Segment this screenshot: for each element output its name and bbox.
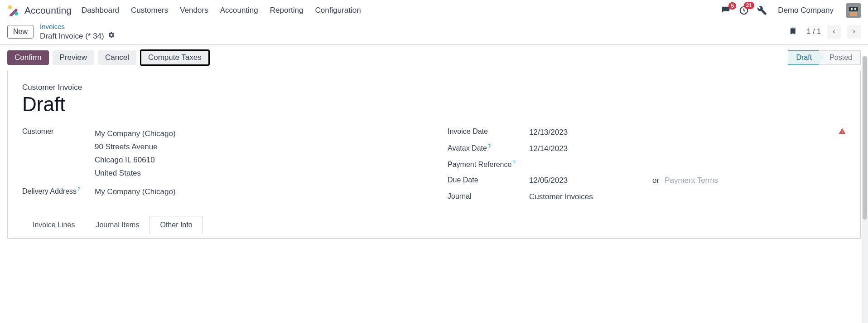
pager: 1 / 1 — [789, 25, 861, 39]
svg-rect-5 — [849, 7, 858, 11]
detail-tabs: Invoice Lines Journal Items Other Info — [22, 216, 846, 234]
menu-dashboard[interactable]: Dashboard — [82, 6, 119, 15]
help-icon[interactable]: ? — [77, 186, 80, 192]
app-logo-icon[interactable] — [7, 5, 19, 16]
user-avatar[interactable] — [846, 3, 861, 18]
status-bar: Draft Posted — [788, 50, 861, 65]
menu-reporting[interactable]: Reporting — [270, 6, 304, 15]
pager-text[interactable]: 1 / 1 — [807, 28, 821, 36]
svg-point-2 — [14, 12, 18, 15]
due-date-label: Due Date — [448, 176, 529, 184]
avatax-date-label: Avatax Date? — [448, 144, 529, 152]
confirm-button[interactable]: Confirm — [7, 50, 49, 65]
app-name[interactable]: Accounting — [24, 5, 72, 16]
svg-point-7 — [854, 8, 857, 10]
tab-journal-items[interactable]: Journal Items — [85, 216, 149, 234]
svg-point-1 — [8, 5, 12, 9]
systray: 5 21 Demo Company — [721, 3, 861, 18]
main-menu: Dashboard Customers Vendors Accounting R… — [82, 6, 361, 15]
scrollbar[interactable] — [862, 56, 868, 246]
help-icon[interactable]: ? — [512, 160, 515, 165]
due-date-value[interactable]: 12/05/2023 — [529, 176, 647, 185]
invoice-date-value[interactable]: 12/13/2023 — [529, 128, 568, 137]
form-right-column: Invoice Date 12/13/2023 Avatax Date? 12/… — [448, 124, 846, 205]
menu-accounting[interactable]: Accounting — [220, 6, 258, 15]
due-date-row: 12/05/2023 or Payment Terms — [529, 176, 846, 185]
warning-icon[interactable] — [839, 127, 846, 137]
invoice-date-label: Invoice Date — [448, 127, 529, 136]
scrollbar-thumb[interactable] — [863, 56, 867, 220]
status-draft[interactable]: Draft — [788, 50, 824, 65]
customer-label: Customer — [22, 127, 95, 136]
delivery-address-value[interactable]: My Company (Chicago) — [95, 187, 420, 196]
breadcrumb: Invoices Draft Invoice (* 34) — [40, 23, 115, 41]
journal-label: Journal — [448, 192, 529, 201]
form-card: Customer Invoice Draft Customer My Compa… — [7, 70, 861, 239]
avatax-date-value[interactable]: 12/14/2023 — [529, 144, 846, 153]
activities-badge: 21 — [744, 2, 754, 9]
tab-invoice-lines[interactable]: Invoice Lines — [22, 216, 85, 234]
menu-configuration[interactable]: Configuration — [315, 6, 361, 15]
due-date-or: or — [652, 176, 659, 185]
compute-taxes-button[interactable]: Compute Taxes — [140, 49, 210, 66]
customer-value[interactable]: My Company (Chicago) 90 Streets Avenue C… — [95, 127, 420, 180]
menu-customers[interactable]: Customers — [131, 6, 168, 15]
help-icon[interactable]: ? — [488, 143, 491, 149]
pager-prev[interactable] — [827, 25, 841, 39]
svg-point-6 — [851, 8, 853, 10]
action-bar: Confirm Preview Cancel Compute Taxes Dra… — [0, 45, 868, 66]
company-switcher[interactable]: Demo Company — [778, 6, 834, 15]
menu-vendors[interactable]: Vendors — [180, 6, 208, 15]
top-nav: Accounting Dashboard Customers Vendors A… — [0, 0, 868, 21]
document-type-label: Customer Invoice — [22, 83, 846, 92]
journal-value[interactable]: Customer Invoices — [529, 192, 846, 201]
breadcrumb-parent[interactable]: Invoices — [40, 23, 115, 31]
preview-button[interactable]: Preview — [53, 50, 94, 65]
control-row: New Invoices Draft Invoice (* 34) 1 / 1 — [0, 21, 868, 44]
svg-rect-8 — [850, 12, 857, 16]
messages-icon[interactable]: 5 — [721, 6, 731, 15]
pager-next[interactable] — [847, 25, 861, 39]
messages-badge: 5 — [728, 2, 736, 10]
tab-other-info[interactable]: Other Info — [149, 216, 203, 234]
breadcrumb-current: Draft Invoice (* 34) — [40, 31, 104, 41]
payment-reference-label: Payment Reference? — [448, 161, 529, 169]
cancel-button[interactable]: Cancel — [98, 50, 136, 65]
new-button[interactable]: New — [7, 25, 34, 39]
delivery-address-label: Delivery Address? — [22, 187, 95, 196]
gear-icon[interactable] — [108, 31, 115, 41]
payment-terms-field[interactable]: Payment Terms — [665, 176, 718, 185]
bookmark-icon[interactable] — [789, 26, 797, 38]
form-left-column: Customer My Company (Chicago) 90 Streets… — [22, 124, 420, 205]
activities-icon[interactable]: 21 — [739, 5, 749, 15]
document-title[interactable]: Draft — [22, 93, 846, 116]
tools-icon[interactable] — [757, 5, 767, 15]
status-posted[interactable]: Posted — [819, 50, 861, 65]
